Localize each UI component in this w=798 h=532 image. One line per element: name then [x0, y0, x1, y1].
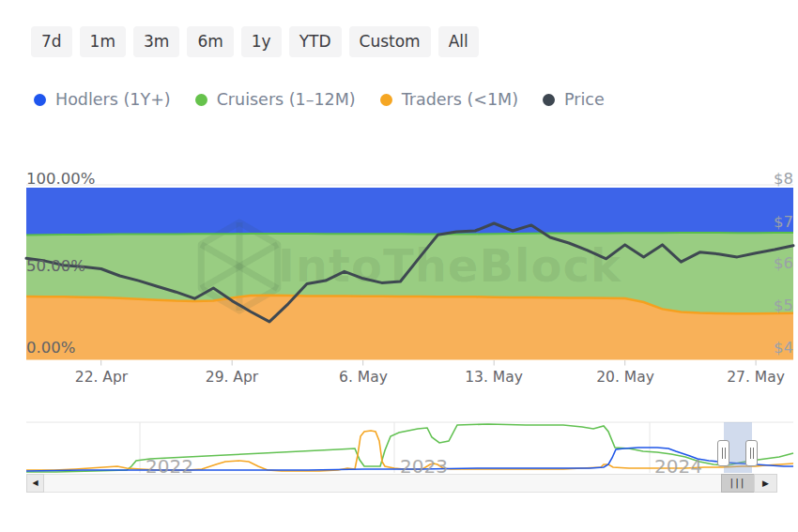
legend: Hodlers (1Y+)Cruisers (1–12M)Traders (<1…: [34, 90, 605, 109]
scrollbar-track[interactable]: ◀ ||| ▶: [26, 474, 776, 493]
legend-label: Hodlers (1Y+): [55, 90, 171, 109]
range-button-6m[interactable]: 6m: [187, 26, 233, 57]
range-button-custom[interactable]: Custom: [349, 26, 431, 57]
legend-dot-icon: [195, 94, 207, 106]
range-button-3m[interactable]: 3m: [133, 26, 179, 57]
itb-ownership-chart-app: 7d1m3m6m1yYTDCustomAll Hodlers (1Y+)Crui…: [0, 0, 798, 532]
legend-dot-icon: [543, 94, 555, 106]
range-toolbar: 7d1m3m6m1yYTDCustomAll: [31, 26, 479, 57]
x-axis-label: 29. Apr: [206, 369, 258, 386]
scroll-right-arrow-icon[interactable]: ▶: [754, 474, 777, 493]
x-axis-label: 6. May: [339, 369, 388, 386]
legend-dot-icon: [380, 94, 392, 106]
legend-dot-icon: [34, 94, 46, 106]
legend-item-3[interactable]: Price: [543, 90, 605, 109]
legend-item-1[interactable]: Cruisers (1–12M): [195, 90, 356, 109]
legend-item-2[interactable]: Traders (<1M): [380, 90, 518, 109]
range-button-ytd[interactable]: YTD: [289, 26, 342, 57]
range-button-7d[interactable]: 7d: [31, 26, 72, 57]
legend-label: Price: [564, 90, 605, 109]
legend-label: Cruisers (1–12M): [217, 90, 356, 109]
x-axis-label: 27. May: [727, 369, 785, 386]
legend-label: Traders (<1M): [402, 90, 518, 109]
navigator-left-handle-icon[interactable]: [717, 440, 729, 466]
range-button-all[interactable]: All: [438, 26, 479, 57]
plot-area[interactable]: [26, 185, 793, 360]
x-axis-label: 22. Apr: [75, 369, 128, 386]
navigator[interactable]: [26, 422, 793, 473]
navigator-right-handle-icon[interactable]: [745, 440, 758, 466]
scroll-left-arrow-icon[interactable]: ◀: [26, 474, 44, 493]
x-axis-label: 13. May: [465, 369, 523, 386]
legend-item-0[interactable]: Hodlers (1Y+): [34, 90, 171, 109]
scrollbar-thumb[interactable]: |||: [721, 474, 755, 493]
range-button-1y[interactable]: 1y: [241, 26, 282, 57]
range-button-1m[interactable]: 1m: [80, 26, 126, 57]
x-axis-label: 20. May: [596, 369, 654, 386]
